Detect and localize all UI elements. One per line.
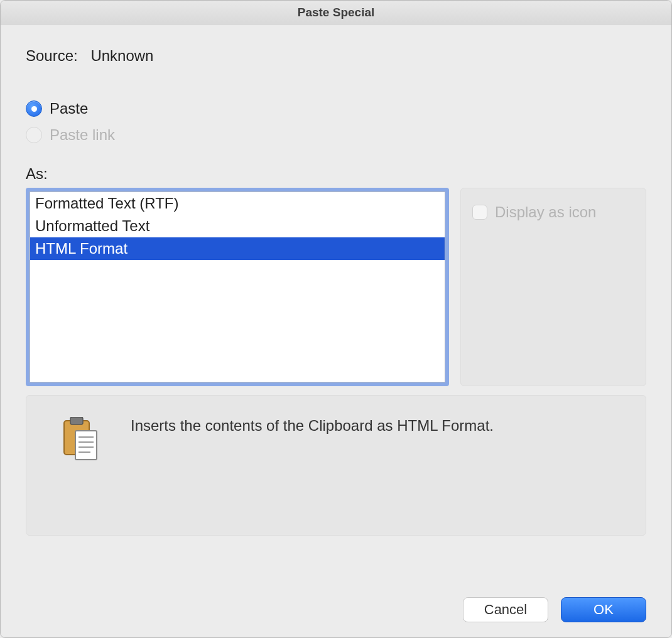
source-value: Unknown xyxy=(90,47,153,64)
paste-link-radio xyxy=(26,127,42,143)
svg-rect-2 xyxy=(75,431,97,460)
ok-button[interactable]: OK xyxy=(561,597,646,622)
paste-link-radio-label: Paste link xyxy=(50,126,115,144)
paste-link-radio-row: Paste link xyxy=(26,126,646,144)
middle-row: Formatted Text (RTF) Unformatted Text HT… xyxy=(26,188,646,386)
clipboard-paste-icon xyxy=(63,417,98,461)
display-as-icon-checkbox xyxy=(472,205,487,220)
as-label: As: xyxy=(26,165,646,183)
dialog-content: Source: Unknown Paste Paste link As: For… xyxy=(1,24,671,637)
source-label: Source: xyxy=(26,47,78,64)
list-item[interactable]: Unformatted Text xyxy=(30,215,445,237)
window-title: Paste Special xyxy=(298,6,375,19)
paste-special-dialog: Paste Special Source: Unknown Paste Past… xyxy=(0,0,672,638)
format-listbox[interactable]: Formatted Text (RTF) Unformatted Text HT… xyxy=(30,192,445,382)
display-as-icon-row: Display as icon xyxy=(472,203,634,221)
svg-rect-1 xyxy=(70,417,83,424)
display-as-icon-panel: Display as icon xyxy=(460,188,646,386)
list-item[interactable]: HTML Format xyxy=(30,237,445,260)
paste-radio-row[interactable]: Paste xyxy=(26,100,646,117)
paste-radio[interactable] xyxy=(26,100,42,117)
source-row: Source: Unknown xyxy=(26,47,646,65)
description-text: Inserts the contents of the Clipboard as… xyxy=(131,417,494,435)
description-panel: Inserts the contents of the Clipboard as… xyxy=(26,395,646,536)
paste-radio-label: Paste xyxy=(50,100,88,117)
format-listbox-focus-ring: Formatted Text (RTF) Unformatted Text HT… xyxy=(26,188,449,386)
cancel-button[interactable]: Cancel xyxy=(463,597,548,622)
titlebar: Paste Special xyxy=(1,1,671,24)
list-item[interactable]: Formatted Text (RTF) xyxy=(30,192,445,215)
button-row: Cancel OK xyxy=(26,581,646,622)
display-as-icon-label: Display as icon xyxy=(495,203,596,221)
paste-mode-radio-group: Paste Paste link xyxy=(26,100,646,153)
